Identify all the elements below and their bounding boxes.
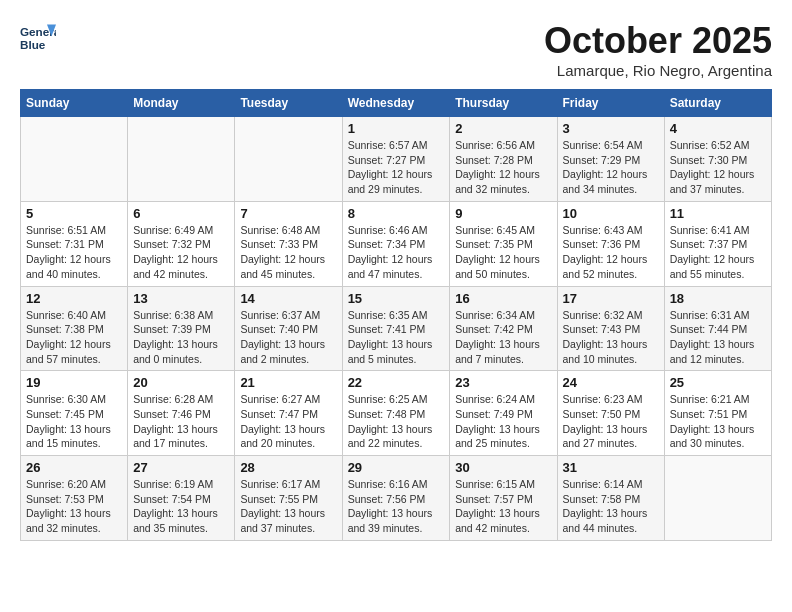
day-number: 18 [670,291,766,306]
day-cell-23: 23Sunrise: 6:24 AMSunset: 7:49 PMDayligh… [450,371,557,456]
day-cell-21: 21Sunrise: 6:27 AMSunset: 7:47 PMDayligh… [235,371,342,456]
day-info: Sunrise: 6:56 AMSunset: 7:28 PMDaylight:… [455,138,551,197]
day-number: 29 [348,460,445,475]
day-cell-11: 11Sunrise: 6:41 AMSunset: 7:37 PMDayligh… [664,201,771,286]
day-number: 5 [26,206,122,221]
weekday-header-row: SundayMondayTuesdayWednesdayThursdayFrid… [21,90,772,117]
weekday-header-thursday: Thursday [450,90,557,117]
day-cell-9: 9Sunrise: 6:45 AMSunset: 7:35 PMDaylight… [450,201,557,286]
day-number: 3 [563,121,659,136]
day-info: Sunrise: 6:57 AMSunset: 7:27 PMDaylight:… [348,138,445,197]
day-info: Sunrise: 6:24 AMSunset: 7:49 PMDaylight:… [455,392,551,451]
day-cell-27: 27Sunrise: 6:19 AMSunset: 7:54 PMDayligh… [128,456,235,541]
day-info: Sunrise: 6:37 AMSunset: 7:40 PMDaylight:… [240,308,336,367]
day-cell-20: 20Sunrise: 6:28 AMSunset: 7:46 PMDayligh… [128,371,235,456]
day-number: 23 [455,375,551,390]
day-info: Sunrise: 6:20 AMSunset: 7:53 PMDaylight:… [26,477,122,536]
day-cell-18: 18Sunrise: 6:31 AMSunset: 7:44 PMDayligh… [664,286,771,371]
day-number: 20 [133,375,229,390]
day-info: Sunrise: 6:19 AMSunset: 7:54 PMDaylight:… [133,477,229,536]
month-title: October 2025 [544,20,772,62]
day-info: Sunrise: 6:23 AMSunset: 7:50 PMDaylight:… [563,392,659,451]
day-number: 24 [563,375,659,390]
day-cell-22: 22Sunrise: 6:25 AMSunset: 7:48 PMDayligh… [342,371,450,456]
day-cell-3: 3Sunrise: 6:54 AMSunset: 7:29 PMDaylight… [557,117,664,202]
day-cell-6: 6Sunrise: 6:49 AMSunset: 7:32 PMDaylight… [128,201,235,286]
week-row-3: 12Sunrise: 6:40 AMSunset: 7:38 PMDayligh… [21,286,772,371]
day-number: 30 [455,460,551,475]
day-cell-26: 26Sunrise: 6:20 AMSunset: 7:53 PMDayligh… [21,456,128,541]
day-info: Sunrise: 6:43 AMSunset: 7:36 PMDaylight:… [563,223,659,282]
day-number: 19 [26,375,122,390]
day-info: Sunrise: 6:46 AMSunset: 7:34 PMDaylight:… [348,223,445,282]
day-number: 27 [133,460,229,475]
day-info: Sunrise: 6:21 AMSunset: 7:51 PMDaylight:… [670,392,766,451]
day-number: 31 [563,460,659,475]
weekday-header-wednesday: Wednesday [342,90,450,117]
day-number: 22 [348,375,445,390]
day-info: Sunrise: 6:30 AMSunset: 7:45 PMDaylight:… [26,392,122,451]
day-number: 14 [240,291,336,306]
svg-text:Blue: Blue [20,38,46,51]
day-info: Sunrise: 6:28 AMSunset: 7:46 PMDaylight:… [133,392,229,451]
page-header: General Blue October 2025 Lamarque, Rio … [20,20,772,79]
empty-cell [664,456,771,541]
day-number: 11 [670,206,766,221]
day-info: Sunrise: 6:27 AMSunset: 7:47 PMDaylight:… [240,392,336,451]
location-subtitle: Lamarque, Rio Negro, Argentina [544,62,772,79]
day-info: Sunrise: 6:45 AMSunset: 7:35 PMDaylight:… [455,223,551,282]
day-number: 17 [563,291,659,306]
day-info: Sunrise: 6:48 AMSunset: 7:33 PMDaylight:… [240,223,336,282]
day-cell-10: 10Sunrise: 6:43 AMSunset: 7:36 PMDayligh… [557,201,664,286]
day-cell-24: 24Sunrise: 6:23 AMSunset: 7:50 PMDayligh… [557,371,664,456]
day-number: 28 [240,460,336,475]
day-cell-17: 17Sunrise: 6:32 AMSunset: 7:43 PMDayligh… [557,286,664,371]
day-cell-7: 7Sunrise: 6:48 AMSunset: 7:33 PMDaylight… [235,201,342,286]
day-cell-2: 2Sunrise: 6:56 AMSunset: 7:28 PMDaylight… [450,117,557,202]
day-cell-15: 15Sunrise: 6:35 AMSunset: 7:41 PMDayligh… [342,286,450,371]
day-number: 7 [240,206,336,221]
empty-cell [128,117,235,202]
week-row-1: 1Sunrise: 6:57 AMSunset: 7:27 PMDaylight… [21,117,772,202]
empty-cell [21,117,128,202]
weekday-header-saturday: Saturday [664,90,771,117]
day-info: Sunrise: 6:38 AMSunset: 7:39 PMDaylight:… [133,308,229,367]
day-number: 9 [455,206,551,221]
day-cell-1: 1Sunrise: 6:57 AMSunset: 7:27 PMDaylight… [342,117,450,202]
day-info: Sunrise: 6:15 AMSunset: 7:57 PMDaylight:… [455,477,551,536]
day-number: 15 [348,291,445,306]
title-block: October 2025 Lamarque, Rio Negro, Argent… [544,20,772,79]
day-number: 16 [455,291,551,306]
day-cell-31: 31Sunrise: 6:14 AMSunset: 7:58 PMDayligh… [557,456,664,541]
week-row-5: 26Sunrise: 6:20 AMSunset: 7:53 PMDayligh… [21,456,772,541]
logo-icon: General Blue [20,20,56,56]
day-info: Sunrise: 6:17 AMSunset: 7:55 PMDaylight:… [240,477,336,536]
day-number: 26 [26,460,122,475]
day-cell-14: 14Sunrise: 6:37 AMSunset: 7:40 PMDayligh… [235,286,342,371]
day-number: 6 [133,206,229,221]
logo: General Blue [20,20,56,56]
day-number: 8 [348,206,445,221]
day-info: Sunrise: 6:25 AMSunset: 7:48 PMDaylight:… [348,392,445,451]
day-cell-19: 19Sunrise: 6:30 AMSunset: 7:45 PMDayligh… [21,371,128,456]
day-number: 12 [26,291,122,306]
day-info: Sunrise: 6:49 AMSunset: 7:32 PMDaylight:… [133,223,229,282]
day-cell-5: 5Sunrise: 6:51 AMSunset: 7:31 PMDaylight… [21,201,128,286]
day-info: Sunrise: 6:31 AMSunset: 7:44 PMDaylight:… [670,308,766,367]
day-info: Sunrise: 6:54 AMSunset: 7:29 PMDaylight:… [563,138,659,197]
day-number: 4 [670,121,766,136]
day-cell-13: 13Sunrise: 6:38 AMSunset: 7:39 PMDayligh… [128,286,235,371]
day-info: Sunrise: 6:40 AMSunset: 7:38 PMDaylight:… [26,308,122,367]
day-info: Sunrise: 6:51 AMSunset: 7:31 PMDaylight:… [26,223,122,282]
day-number: 2 [455,121,551,136]
weekday-header-monday: Monday [128,90,235,117]
day-cell-12: 12Sunrise: 6:40 AMSunset: 7:38 PMDayligh… [21,286,128,371]
week-row-4: 19Sunrise: 6:30 AMSunset: 7:45 PMDayligh… [21,371,772,456]
day-number: 13 [133,291,229,306]
weekday-header-friday: Friday [557,90,664,117]
day-cell-30: 30Sunrise: 6:15 AMSunset: 7:57 PMDayligh… [450,456,557,541]
day-info: Sunrise: 6:16 AMSunset: 7:56 PMDaylight:… [348,477,445,536]
day-cell-16: 16Sunrise: 6:34 AMSunset: 7:42 PMDayligh… [450,286,557,371]
day-info: Sunrise: 6:32 AMSunset: 7:43 PMDaylight:… [563,308,659,367]
day-info: Sunrise: 6:52 AMSunset: 7:30 PMDaylight:… [670,138,766,197]
